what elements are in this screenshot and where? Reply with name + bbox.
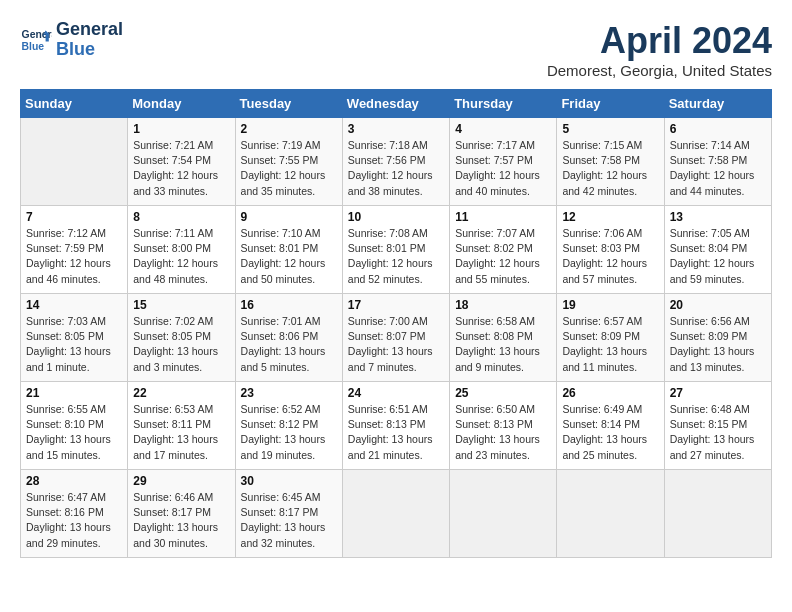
- calendar-week-5: 28Sunrise: 6:47 AMSunset: 8:16 PMDayligh…: [21, 470, 772, 558]
- logo-icon: General Blue: [20, 24, 52, 56]
- day-info: Sunrise: 7:15 AMSunset: 7:58 PMDaylight:…: [562, 138, 658, 199]
- calendar-cell: 6Sunrise: 7:14 AMSunset: 7:58 PMDaylight…: [664, 118, 771, 206]
- day-number: 18: [455, 298, 551, 312]
- logo-text-general: General: [56, 20, 123, 40]
- day-number: 7: [26, 210, 122, 224]
- calendar-cell: 14Sunrise: 7:03 AMSunset: 8:05 PMDayligh…: [21, 294, 128, 382]
- calendar-cell: 28Sunrise: 6:47 AMSunset: 8:16 PMDayligh…: [21, 470, 128, 558]
- calendar-week-2: 7Sunrise: 7:12 AMSunset: 7:59 PMDaylight…: [21, 206, 772, 294]
- day-info: Sunrise: 6:46 AMSunset: 8:17 PMDaylight:…: [133, 490, 229, 551]
- day-info: Sunrise: 7:14 AMSunset: 7:58 PMDaylight:…: [670, 138, 766, 199]
- day-number: 2: [241, 122, 337, 136]
- day-info: Sunrise: 7:10 AMSunset: 8:01 PMDaylight:…: [241, 226, 337, 287]
- day-info: Sunrise: 7:06 AMSunset: 8:03 PMDaylight:…: [562, 226, 658, 287]
- day-info: Sunrise: 7:03 AMSunset: 8:05 PMDaylight:…: [26, 314, 122, 375]
- calendar-cell: 26Sunrise: 6:49 AMSunset: 8:14 PMDayligh…: [557, 382, 664, 470]
- day-number: 27: [670, 386, 766, 400]
- day-info: Sunrise: 7:05 AMSunset: 8:04 PMDaylight:…: [670, 226, 766, 287]
- calendar-cell: 1Sunrise: 7:21 AMSunset: 7:54 PMDaylight…: [128, 118, 235, 206]
- calendar-cell: 29Sunrise: 6:46 AMSunset: 8:17 PMDayligh…: [128, 470, 235, 558]
- calendar-cell: 17Sunrise: 7:00 AMSunset: 8:07 PMDayligh…: [342, 294, 449, 382]
- calendar-title: April 2024: [547, 20, 772, 62]
- calendar-cell: 9Sunrise: 7:10 AMSunset: 8:01 PMDaylight…: [235, 206, 342, 294]
- logo: General Blue General Blue: [20, 20, 123, 60]
- header-day-tuesday: Tuesday: [235, 90, 342, 118]
- day-number: 28: [26, 474, 122, 488]
- day-number: 10: [348, 210, 444, 224]
- day-info: Sunrise: 6:56 AMSunset: 8:09 PMDaylight:…: [670, 314, 766, 375]
- calendar-cell: 8Sunrise: 7:11 AMSunset: 8:00 PMDaylight…: [128, 206, 235, 294]
- calendar-header-row: SundayMondayTuesdayWednesdayThursdayFrid…: [21, 90, 772, 118]
- day-number: 26: [562, 386, 658, 400]
- calendar-cell: [21, 118, 128, 206]
- calendar-cell: 4Sunrise: 7:17 AMSunset: 7:57 PMDaylight…: [450, 118, 557, 206]
- calendar-subtitle: Demorest, Georgia, United States: [547, 62, 772, 79]
- day-number: 19: [562, 298, 658, 312]
- calendar-week-3: 14Sunrise: 7:03 AMSunset: 8:05 PMDayligh…: [21, 294, 772, 382]
- calendar-cell: 22Sunrise: 6:53 AMSunset: 8:11 PMDayligh…: [128, 382, 235, 470]
- day-number: 3: [348, 122, 444, 136]
- calendar-cell: 23Sunrise: 6:52 AMSunset: 8:12 PMDayligh…: [235, 382, 342, 470]
- day-number: 24: [348, 386, 444, 400]
- header-day-monday: Monday: [128, 90, 235, 118]
- day-info: Sunrise: 7:07 AMSunset: 8:02 PMDaylight:…: [455, 226, 551, 287]
- calendar-cell: 13Sunrise: 7:05 AMSunset: 8:04 PMDayligh…: [664, 206, 771, 294]
- header-day-friday: Friday: [557, 90, 664, 118]
- calendar-cell: 18Sunrise: 6:58 AMSunset: 8:08 PMDayligh…: [450, 294, 557, 382]
- day-info: Sunrise: 6:57 AMSunset: 8:09 PMDaylight:…: [562, 314, 658, 375]
- day-info: Sunrise: 7:11 AMSunset: 8:00 PMDaylight:…: [133, 226, 229, 287]
- day-info: Sunrise: 6:55 AMSunset: 8:10 PMDaylight:…: [26, 402, 122, 463]
- day-info: Sunrise: 7:12 AMSunset: 7:59 PMDaylight:…: [26, 226, 122, 287]
- calendar-cell: 27Sunrise: 6:48 AMSunset: 8:15 PMDayligh…: [664, 382, 771, 470]
- day-info: Sunrise: 6:48 AMSunset: 8:15 PMDaylight:…: [670, 402, 766, 463]
- title-area: April 2024 Demorest, Georgia, United Sta…: [547, 20, 772, 79]
- calendar-cell: 15Sunrise: 7:02 AMSunset: 8:05 PMDayligh…: [128, 294, 235, 382]
- day-number: 17: [348, 298, 444, 312]
- calendar-cell: [342, 470, 449, 558]
- day-info: Sunrise: 6:45 AMSunset: 8:17 PMDaylight:…: [241, 490, 337, 551]
- day-info: Sunrise: 7:01 AMSunset: 8:06 PMDaylight:…: [241, 314, 337, 375]
- day-number: 15: [133, 298, 229, 312]
- calendar-cell: 20Sunrise: 6:56 AMSunset: 8:09 PMDayligh…: [664, 294, 771, 382]
- header-day-wednesday: Wednesday: [342, 90, 449, 118]
- header: General Blue General Blue April 2024 Dem…: [20, 20, 772, 79]
- calendar-table: SundayMondayTuesdayWednesdayThursdayFrid…: [20, 89, 772, 558]
- calendar-week-4: 21Sunrise: 6:55 AMSunset: 8:10 PMDayligh…: [21, 382, 772, 470]
- day-number: 20: [670, 298, 766, 312]
- day-number: 8: [133, 210, 229, 224]
- calendar-cell: 25Sunrise: 6:50 AMSunset: 8:13 PMDayligh…: [450, 382, 557, 470]
- calendar-cell: 7Sunrise: 7:12 AMSunset: 7:59 PMDaylight…: [21, 206, 128, 294]
- day-number: 1: [133, 122, 229, 136]
- day-number: 14: [26, 298, 122, 312]
- header-day-saturday: Saturday: [664, 90, 771, 118]
- day-info: Sunrise: 7:21 AMSunset: 7:54 PMDaylight:…: [133, 138, 229, 199]
- day-info: Sunrise: 7:00 AMSunset: 8:07 PMDaylight:…: [348, 314, 444, 375]
- calendar-cell: 21Sunrise: 6:55 AMSunset: 8:10 PMDayligh…: [21, 382, 128, 470]
- calendar-cell: 10Sunrise: 7:08 AMSunset: 8:01 PMDayligh…: [342, 206, 449, 294]
- day-info: Sunrise: 6:58 AMSunset: 8:08 PMDaylight:…: [455, 314, 551, 375]
- day-info: Sunrise: 6:51 AMSunset: 8:13 PMDaylight:…: [348, 402, 444, 463]
- day-number: 23: [241, 386, 337, 400]
- calendar-cell: 3Sunrise: 7:18 AMSunset: 7:56 PMDaylight…: [342, 118, 449, 206]
- svg-text:Blue: Blue: [22, 40, 45, 51]
- day-number: 4: [455, 122, 551, 136]
- calendar-cell: 19Sunrise: 6:57 AMSunset: 8:09 PMDayligh…: [557, 294, 664, 382]
- day-info: Sunrise: 7:02 AMSunset: 8:05 PMDaylight:…: [133, 314, 229, 375]
- day-info: Sunrise: 7:17 AMSunset: 7:57 PMDaylight:…: [455, 138, 551, 199]
- day-number: 5: [562, 122, 658, 136]
- day-info: Sunrise: 6:53 AMSunset: 8:11 PMDaylight:…: [133, 402, 229, 463]
- day-info: Sunrise: 6:49 AMSunset: 8:14 PMDaylight:…: [562, 402, 658, 463]
- header-day-thursday: Thursday: [450, 90, 557, 118]
- day-number: 25: [455, 386, 551, 400]
- day-info: Sunrise: 6:50 AMSunset: 8:13 PMDaylight:…: [455, 402, 551, 463]
- calendar-cell: 24Sunrise: 6:51 AMSunset: 8:13 PMDayligh…: [342, 382, 449, 470]
- calendar-cell: [450, 470, 557, 558]
- day-info: Sunrise: 7:18 AMSunset: 7:56 PMDaylight:…: [348, 138, 444, 199]
- calendar-cell: 12Sunrise: 7:06 AMSunset: 8:03 PMDayligh…: [557, 206, 664, 294]
- day-number: 13: [670, 210, 766, 224]
- calendar-cell: [557, 470, 664, 558]
- calendar-cell: [664, 470, 771, 558]
- day-info: Sunrise: 7:08 AMSunset: 8:01 PMDaylight:…: [348, 226, 444, 287]
- calendar-week-1: 1Sunrise: 7:21 AMSunset: 7:54 PMDaylight…: [21, 118, 772, 206]
- calendar-cell: 16Sunrise: 7:01 AMSunset: 8:06 PMDayligh…: [235, 294, 342, 382]
